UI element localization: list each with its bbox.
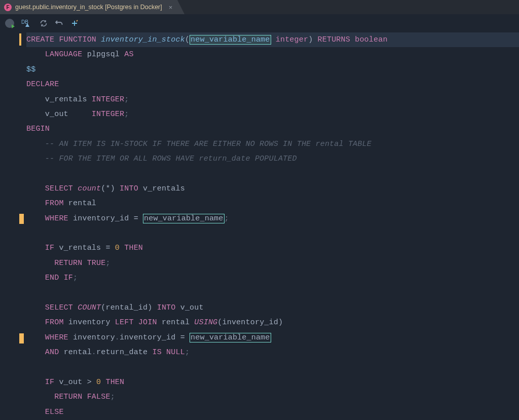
upload-db-icon[interactable]: DB (21, 21, 32, 26)
code-line[interactable]: $$ (26, 62, 519, 77)
editor-toolbar: DB (0, 14, 519, 32)
code-line[interactable]: LANGUAGE plpgsql AS (26, 47, 519, 62)
run-icon[interactable] (5, 19, 14, 28)
change-marker-icon (19, 214, 24, 224)
code-line[interactable] (26, 167, 519, 181)
caret-marker-icon (19, 33, 21, 46)
code-line[interactable]: FROM rental (26, 196, 519, 211)
code-line[interactable]: END IF; (26, 271, 519, 285)
code-line[interactable]: IF v_out > 0 THEN (26, 375, 519, 390)
code-line[interactable]: SELECT count(*) INTO v_rentals (26, 181, 519, 196)
code-line[interactable]: -- FOR THE ITEM OR ALL ROWS HAVE return_… (26, 151, 519, 166)
code-line[interactable]: CREATE FUNCTION inventory_in_stock(new_v… (26, 32, 519, 47)
code-editor[interactable]: CREATE FUNCTION inventory_in_stock(new_v… (0, 32, 519, 419)
code-line[interactable]: DECLARE (26, 77, 519, 92)
code-line[interactable]: v_rentals INTEGER; (26, 92, 519, 107)
code-line[interactable]: IF v_rentals = 0 THEN (26, 241, 519, 255)
tab-title: guest.public.inventory_in_stock [Postgre… (15, 4, 162, 11)
code-line[interactable]: BEGIN (26, 122, 519, 136)
code-line[interactable] (26, 286, 519, 300)
code-line[interactable]: -- AN ITEM IS IN-STOCK IF THERE ARE EITH… (26, 137, 519, 151)
editor-tab[interactable]: F guest.public.inventory_in_stock [Postg… (0, 0, 177, 14)
rename-occurrence[interactable]: new_variable_name (143, 214, 224, 223)
rename-occurrence[interactable]: new_variable_name (190, 333, 271, 342)
add-icon[interactable] (71, 20, 78, 27)
code-line[interactable]: v_out INTEGER; (26, 107, 519, 122)
refresh-icon[interactable] (40, 19, 48, 27)
rename-target[interactable]: new_variable_name (190, 35, 271, 45)
code-line[interactable]: RETURN FALSE; (26, 390, 519, 404)
code-line[interactable]: RETURN TRUE; (26, 256, 519, 271)
code-line[interactable]: ELSE (26, 405, 519, 419)
code-line[interactable]: FROM inventory LEFT JOIN rental USING(in… (26, 315, 519, 330)
gutter (0, 32, 25, 419)
function-badge-icon: F (4, 4, 12, 11)
code-line[interactable] (26, 226, 519, 241)
code-line[interactable]: SELECT COUNT(rental_id) INTO v_out (26, 300, 519, 315)
tab-bar: F guest.public.inventory_in_stock [Postg… (0, 0, 519, 14)
change-marker-icon (19, 333, 24, 343)
code-line[interactable]: AND rental.return_date IS NULL; (26, 345, 519, 360)
close-icon[interactable]: × (169, 4, 173, 11)
undo-icon[interactable] (55, 19, 64, 27)
code-line[interactable] (26, 360, 519, 375)
code-line[interactable]: WHERE inventory_id = new_variable_name; (26, 211, 519, 226)
code-line[interactable]: WHERE inventory.inventory_id = new_varia… (26, 330, 519, 345)
